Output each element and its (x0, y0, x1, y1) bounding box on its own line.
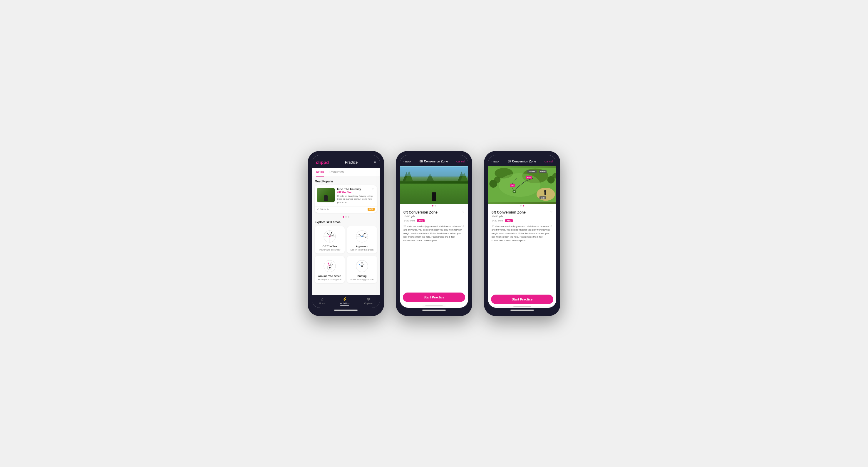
chevron-left-icon: ‹ (403, 160, 404, 163)
svg-point-25 (329, 267, 331, 268)
svg-point-27 (331, 263, 332, 263)
img-dot-1[interactable] (432, 205, 433, 206)
skill-desc: Dial-in to hit the green (350, 248, 373, 251)
img-dot-2[interactable] (523, 205, 524, 206)
putting-icon (355, 259, 369, 273)
drill-tag: ARG (417, 219, 425, 222)
skill-card-off-the-tee[interactable]: Off The Tee Power and accuracy (315, 226, 345, 254)
svg-point-34 (362, 266, 363, 267)
favourite-icon[interactable]: ♡ (372, 188, 375, 191)
phone-notch (422, 151, 446, 153)
home-bar (510, 309, 534, 311)
home-bar (422, 309, 446, 311)
skill-card-putting[interactable]: Putting Make and lag practice (347, 256, 377, 283)
svg-point-6 (329, 236, 331, 237)
drill-detail-content: 6ft Conversion Zone ♡ 10-50 yds ⏱ 20 sho… (488, 207, 556, 293)
nav-active-indicator (340, 305, 349, 306)
svg-point-67 (514, 191, 515, 192)
activities-icon: ⚡ (342, 297, 347, 301)
svg-point-28 (332, 264, 333, 265)
skill-name: Off The Tee (322, 245, 337, 248)
image-dots (488, 204, 556, 207)
skill-name: Approach (356, 245, 368, 248)
svg-point-37 (360, 264, 360, 265)
tab-drills[interactable]: Drills (316, 168, 324, 176)
drill-header: ‹ Back 6ft Conversion Zone Cancel (400, 155, 468, 166)
back-button[interactable]: ‹ Back (403, 160, 411, 163)
favourite-icon[interactable]: ♡ (550, 210, 553, 213)
cancel-button[interactable]: Cancel (545, 160, 553, 163)
skill-name: Around The Green (318, 275, 341, 277)
start-practice-button[interactable]: Start Practice (491, 295, 553, 304)
drill-range: 10-50 yds (403, 215, 465, 218)
golfer-figure (432, 192, 436, 201)
nav-home[interactable]: ⌂ Home (319, 297, 325, 306)
svg-point-35 (362, 262, 363, 263)
header-title: Practice (345, 160, 358, 165)
phone-notch (510, 151, 534, 153)
nav-capture[interactable]: ⊕ Capture (364, 297, 372, 306)
chevron-left-icon: ‹ (492, 160, 493, 163)
tab-favourites[interactable]: Favourites (329, 168, 344, 176)
drill-info: Find The Fairway Off The Tee ♡ Create an… (337, 188, 375, 204)
nav-home-label: Home (319, 302, 325, 305)
svg-point-51 (494, 176, 500, 183)
svg-text:SAND: SAND (541, 197, 545, 199)
img-dot-2[interactable] (435, 205, 436, 206)
drill-header-title: 6ft Conversion Zone (508, 160, 536, 163)
drill-description: 20 shots are randomly generated at dista… (403, 225, 465, 242)
svg-point-19 (366, 237, 366, 238)
cancel-button[interactable]: Cancel (456, 160, 465, 163)
svg-point-65 (544, 190, 546, 192)
drill-description: Create an imaginary fairway using trees … (337, 195, 375, 204)
skill-card-around-green[interactable]: Around The Green Hone your short game (315, 256, 345, 283)
start-practice-button[interactable]: Start Practice (403, 293, 465, 302)
svg-rect-44 (400, 168, 468, 176)
drill-thumbnail (317, 188, 335, 202)
app-logo: clippd (316, 160, 329, 165)
nav-activities[interactable]: ⚡ Activities (340, 297, 350, 306)
svg-text:Miss: Miss (527, 177, 531, 178)
drill-hero-image (400, 166, 468, 204)
phone-2: ‹ Back 6ft Conversion Zone Cancel (396, 151, 472, 316)
drill-header-title: 6ft Conversion Zone (420, 160, 448, 163)
svg-text:ROUGH: ROUGH (540, 171, 546, 172)
shots-count: ⏱ 20 shots (492, 220, 503, 222)
drill-map-image: Miss Hit FAIRWAY ROUGH SAND (488, 166, 556, 204)
svg-point-16 (362, 236, 363, 237)
svg-text:FAIRWAY: FAIRWAY (529, 171, 535, 172)
favourite-icon[interactable]: ♡ (462, 210, 465, 213)
dot-3[interactable] (348, 216, 349, 218)
image-dots (400, 204, 468, 207)
phone-3: ‹ Back 6ft Conversion Zone Cancel (484, 151, 560, 316)
svg-point-7 (331, 232, 332, 233)
app-header: clippd Practice ≡ (312, 155, 380, 168)
home-icon: ⌂ (321, 297, 323, 301)
featured-drill-card[interactable]: Find The Fairway Off The Tee ♡ Create an… (315, 185, 377, 213)
drill-range: 10-50 yds (492, 215, 553, 218)
drill-title: 6ft Conversion Zone (492, 210, 526, 214)
drill-tag: ARG (505, 219, 513, 222)
skill-grid: Off The Tee Power and accuracy (315, 226, 377, 283)
card-footer: ⏱ 10 shots OTT (315, 206, 377, 213)
menu-icon[interactable]: ≡ (374, 160, 376, 165)
most-popular-label: Most Popular (315, 180, 377, 183)
skill-card-approach[interactable]: Approach Dial-in to hit the green (347, 226, 377, 254)
skill-desc: Hone your short game (318, 278, 341, 281)
explore-label: Explore skill areas (315, 221, 377, 224)
svg-point-18 (359, 234, 360, 235)
approach-icon (355, 229, 369, 244)
off-the-tee-icon (322, 229, 337, 244)
drill-meta: ⏱ 20 shots ARG (492, 219, 553, 222)
carousel-dots (315, 215, 377, 219)
nav-capture-label: Capture (364, 302, 372, 305)
back-button[interactable]: ‹ Back (492, 160, 499, 163)
shots-count: ⏱ 20 shots (403, 220, 415, 222)
drill-title: Find The Fairway (337, 188, 361, 191)
phone-1: clippd Practice ≡ Drills Favourites Most… (308, 151, 384, 316)
dot-2[interactable] (345, 216, 347, 218)
svg-point-17 (364, 233, 366, 234)
img-dot-1[interactable] (520, 205, 522, 206)
dot-1[interactable] (343, 216, 344, 218)
svg-point-9 (333, 235, 334, 236)
